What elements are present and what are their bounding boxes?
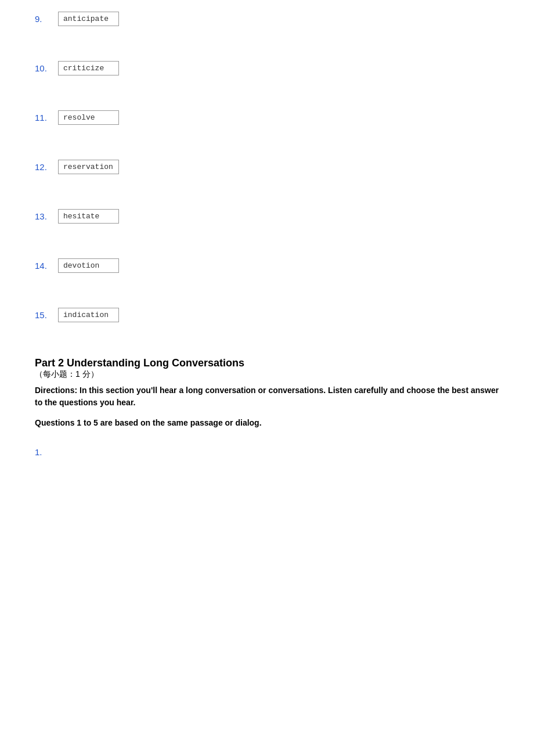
question-number-10: 10. bbox=[35, 61, 58, 73]
question-number-13: 13. bbox=[35, 209, 58, 221]
part2-subtitle: （每小题：1 分） bbox=[35, 369, 499, 380]
question-number-14: 14. bbox=[35, 258, 58, 271]
question-row-14: 14.devotion bbox=[35, 258, 499, 273]
question-number-12: 12. bbox=[35, 160, 58, 172]
question-row-11: 11.resolve bbox=[35, 110, 499, 125]
question-row-12: 12.reservation bbox=[35, 160, 499, 174]
answer-box-10[interactable]: criticize bbox=[58, 61, 119, 75]
question-number-11: 11. bbox=[35, 110, 58, 123]
answer-box-14[interactable]: devotion bbox=[58, 258, 119, 273]
question-number-15: 15. bbox=[35, 308, 58, 320]
directions-text: Directions: In this section you'll hear … bbox=[35, 384, 499, 409]
answer-box-13[interactable]: hesitate bbox=[58, 209, 119, 224]
question-row-13: 13.hesitate bbox=[35, 209, 499, 224]
answer-box-9[interactable]: anticipate bbox=[58, 12, 119, 26]
question-number-9: 9. bbox=[35, 12, 58, 24]
answer-box-15[interactable]: indication bbox=[58, 308, 119, 322]
part2-question-1-number: 1. bbox=[35, 445, 58, 457]
part2-title: Part 2 Understanding Long Conversations bbox=[35, 357, 499, 369]
question-row-9: 9.anticipate bbox=[35, 12, 499, 26]
questions-note: Questions 1 to 5 are based on the same p… bbox=[35, 418, 499, 427]
answer-box-12[interactable]: reservation bbox=[58, 160, 119, 174]
part2-header: Part 2 Understanding Long Conversations … bbox=[35, 357, 499, 380]
question-row-10: 10.criticize bbox=[35, 61, 499, 75]
answer-box-11[interactable]: resolve bbox=[58, 110, 119, 125]
question-row-15: 15.indication bbox=[35, 308, 499, 322]
part2-question-1-row: 1. bbox=[35, 445, 499, 457]
